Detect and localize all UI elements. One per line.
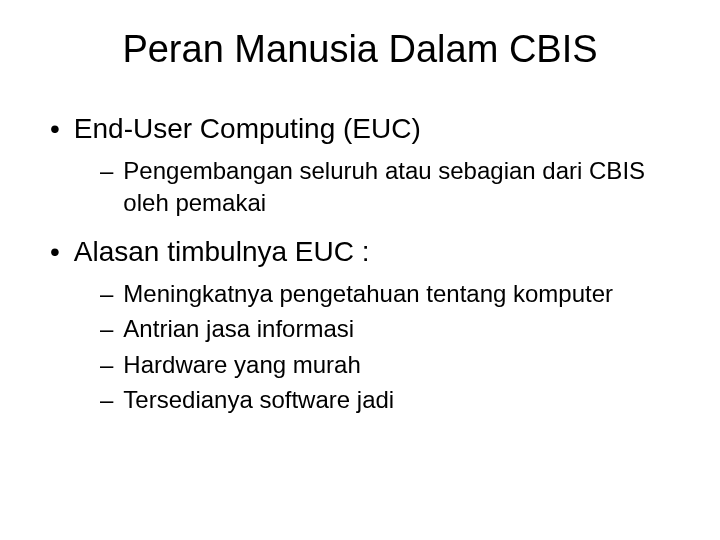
slide-title: Peran Manusia Dalam CBIS xyxy=(30,28,690,71)
dash-icon: – xyxy=(100,313,113,344)
bullet-text: Pengembangan seluruh atau sebagian dari … xyxy=(123,155,683,217)
bullet-level2: – Tersedianya software jadi xyxy=(100,384,690,415)
dash-icon: – xyxy=(100,349,113,380)
bullet-level2: – Antrian jasa informasi xyxy=(100,313,690,344)
bullet-dot-icon: • xyxy=(50,111,60,147)
bullet-level1: • Alasan timbulnya EUC : xyxy=(50,234,690,270)
bullet-text: Tersedianya software jadi xyxy=(123,384,394,415)
bullet-text: End-User Computing (EUC) xyxy=(74,111,421,147)
bullet-level1: • End-User Computing (EUC) xyxy=(50,111,690,147)
dash-icon: – xyxy=(100,155,113,186)
dash-icon: – xyxy=(100,278,113,309)
bullet-level2: – Meningkatnya pengetahuan tentang kompu… xyxy=(100,278,690,309)
bullet-text: Alasan timbulnya EUC : xyxy=(74,234,370,270)
bullet-text: Meningkatnya pengetahuan tentang kompute… xyxy=(123,278,613,309)
bullet-dot-icon: • xyxy=(50,234,60,270)
bullet-text: Hardware yang murah xyxy=(123,349,360,380)
bullet-level2: – Hardware yang murah xyxy=(100,349,690,380)
dash-icon: – xyxy=(100,384,113,415)
bullet-text: Antrian jasa informasi xyxy=(123,313,354,344)
bullet-level2: – Pengembangan seluruh atau sebagian dar… xyxy=(100,155,690,217)
